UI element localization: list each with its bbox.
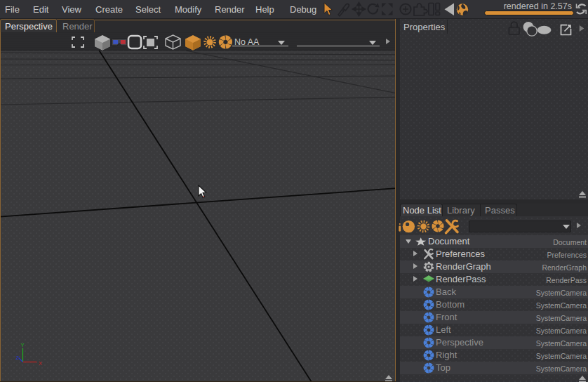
svg-text:Y: Y: [21, 342, 25, 348]
svg-text:Z: Z: [16, 355, 20, 361]
svg-text:X: X: [39, 360, 42, 367]
